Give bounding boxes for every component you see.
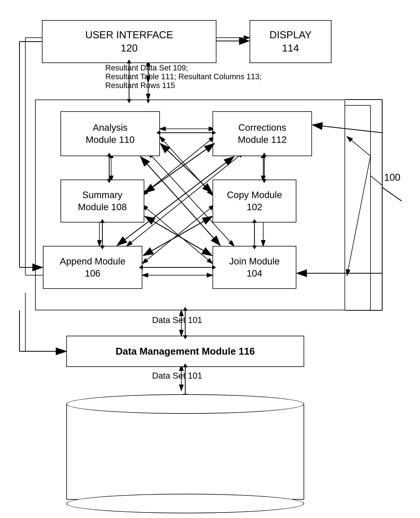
data-storage-body xyxy=(66,404,304,500)
svg-line-11 xyxy=(347,156,370,275)
join-module-label: Join Module 104 xyxy=(229,255,280,280)
analysis-module-box: Analysis Module 110 xyxy=(60,111,160,156)
resultant-label: Resultant Data Set 109; Resultant Table … xyxy=(105,63,281,90)
system-number-label: 100 xyxy=(384,172,400,183)
svg-line-93 xyxy=(382,187,402,201)
data-management-box: Data Management Module 116 xyxy=(66,336,304,367)
corrections-module-label: Corrections Module 112 xyxy=(238,122,287,146)
svg-line-10 xyxy=(347,137,370,156)
dataset-label-top: Data Set 101 xyxy=(152,315,202,325)
copy-module-label: Copy Module 102 xyxy=(227,189,282,213)
append-module-box: Append Module 106 xyxy=(43,246,142,289)
summary-module-label: Summary Module 108 xyxy=(78,189,127,213)
svg-line-40 xyxy=(370,176,382,186)
diagram: USER INTERFACE 120 DISPLAY 114 Resultant… xyxy=(0,0,420,518)
user-interface-box: USER INTERFACE 120 xyxy=(42,20,217,63)
corrections-module-box: Corrections Module 112 xyxy=(212,111,312,156)
user-interface-label: USER INTERFACE 120 xyxy=(85,28,173,55)
analysis-module-label: Analysis Module 110 xyxy=(86,122,135,146)
data-storage-top-ellipse xyxy=(66,394,304,414)
display-label: DISPLAY 114 xyxy=(270,28,312,55)
append-module-label: Append Module 106 xyxy=(60,255,125,280)
summary-module-box: Summary Module 108 xyxy=(60,179,144,223)
dataset-label-bottom: Data Set 101 xyxy=(152,371,202,381)
join-module-box: Join Module 104 xyxy=(212,246,296,289)
data-storage-bottom-ellipse xyxy=(66,494,304,513)
display-box: DISPLAY 114 xyxy=(250,20,331,63)
copy-module-box: Copy Module 102 xyxy=(212,179,296,223)
data-management-label: Data Management Module 116 xyxy=(116,345,255,358)
